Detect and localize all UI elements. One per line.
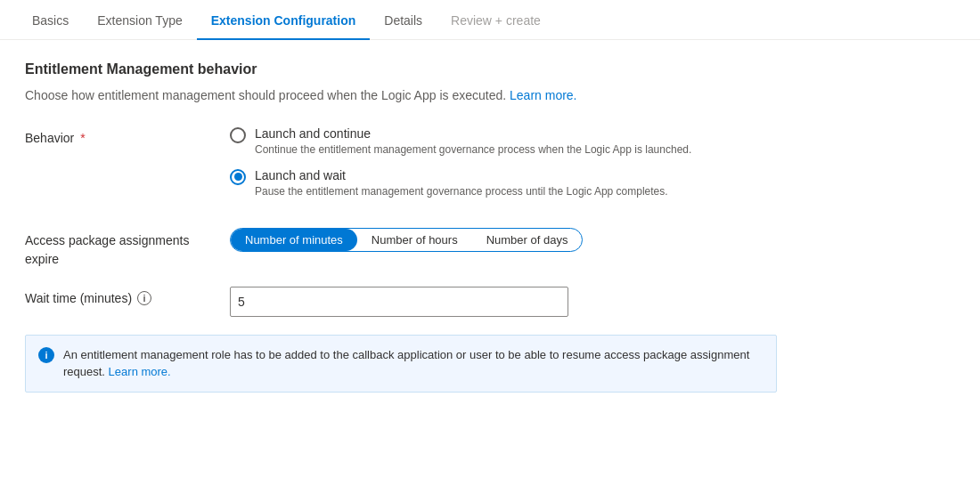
radio-text-launch-wait: Launch and wait Pause the entitlement ma…: [255, 168, 668, 199]
main-content: Entitlement Management behavior Choose h…: [0, 40, 802, 414]
section-title: Entitlement Management behavior: [25, 61, 777, 77]
section-description: Choose how entitlement management should…: [25, 86, 777, 105]
wait-time-input-container: [230, 287, 777, 317]
info-banner-text: An entitlement management role has to be…: [63, 346, 764, 381]
wait-time-info-icon[interactable]: i: [137, 291, 151, 305]
radio-button-launch-wait[interactable]: [230, 169, 246, 185]
tab-basics[interactable]: Basics: [18, 1, 83, 40]
wait-time-input[interactable]: [230, 287, 568, 317]
tab-review-create: Review + create: [437, 1, 555, 40]
radio-title-launch-continue: Launch and continue: [255, 126, 691, 141]
wait-time-label: Wait time (minutes) i: [25, 287, 230, 308]
toggle-hours[interactable]: Number of hours: [357, 229, 472, 251]
radio-launch-continue[interactable]: Launch and continue Continue the entitle…: [230, 126, 777, 158]
wait-time-row: Wait time (minutes) i: [25, 287, 777, 317]
radio-launch-wait[interactable]: Launch and wait Pause the entitlement ma…: [230, 168, 777, 199]
expire-toggle-group-container: Number of minutes Number of hours Number…: [230, 228, 777, 252]
tab-extension-type[interactable]: Extension Type: [83, 1, 196, 40]
behavior-options: Launch and continue Continue the entitle…: [230, 126, 777, 210]
radio-inner-dot: [234, 173, 242, 181]
radio-desc-launch-wait: Pause the entitlement management governa…: [255, 184, 668, 199]
required-indicator: *: [77, 131, 85, 145]
tab-extension-configuration[interactable]: Extension Configuration: [197, 1, 371, 40]
radio-button-launch-continue[interactable]: [230, 127, 246, 143]
toggle-minutes[interactable]: Number of minutes: [231, 229, 357, 251]
radio-text-launch-continue: Launch and continue Continue the entitle…: [255, 126, 691, 158]
info-banner-icon: i: [38, 347, 54, 363]
behavior-label: Behavior *: [25, 126, 230, 148]
radio-title-launch-wait: Launch and wait: [255, 168, 668, 182]
tab-details[interactable]: Details: [370, 1, 437, 40]
behavior-row: Behavior * Launch and continue Continue …: [25, 126, 777, 210]
radio-desc-launch-continue: Continue the entitlement management gove…: [255, 142, 691, 158]
info-banner-learn-more[interactable]: Learn more.: [109, 365, 171, 378]
access-expire-row: Access package assignments expire Number…: [25, 228, 777, 269]
toggle-days[interactable]: Number of days: [472, 229, 583, 251]
info-banner: i An entitlement management role has to …: [25, 335, 777, 393]
wizard-tabs: Basics Extension Type Extension Configur…: [0, 0, 980, 40]
learn-more-link[interactable]: Learn more.: [510, 88, 576, 102]
expire-toggle-group: Number of minutes Number of hours Number…: [230, 228, 583, 252]
access-expire-label: Access package assignments expire: [25, 228, 230, 269]
